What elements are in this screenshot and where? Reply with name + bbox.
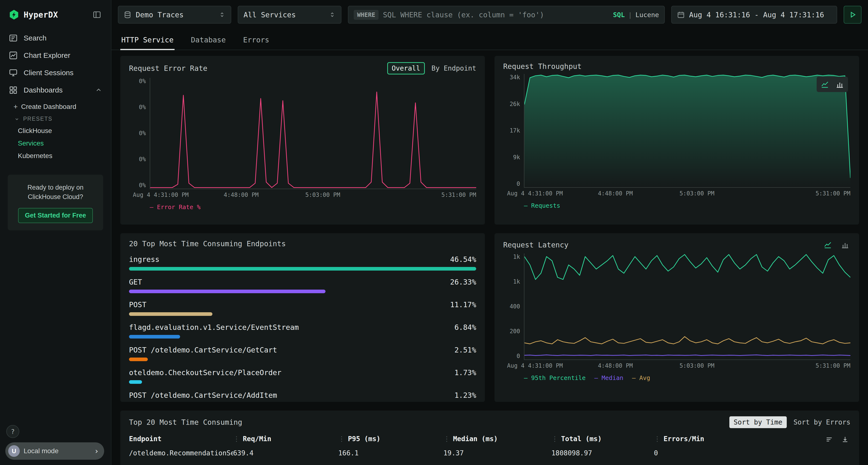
promo-line2: ClickHouse Cloud? <box>14 192 97 202</box>
y-axis: 34k26k17k9k0 <box>503 74 524 187</box>
table-toolbar <box>824 434 850 445</box>
date-range-picker[interactable]: Aug 4 16:31:16 - Aug 4 17:31:16 <box>671 6 837 24</box>
x-tick-label: 5:03:00 PM <box>679 190 714 197</box>
endpoint-row[interactable]: POST11.17% <box>129 300 476 316</box>
table-body: /oteldemo.RecommendationServ639.4166.119… <box>129 449 850 457</box>
table-header-cell[interactable]: ⋮Req/Min <box>233 435 338 443</box>
bar-chart-icon[interactable] <box>840 239 850 250</box>
column-resize-handle[interactable]: ⋮ <box>443 435 450 443</box>
by-endpoint-toggle-button[interactable]: By Endpoint <box>432 64 476 72</box>
endpoint-row[interactable]: flagd.evaluation.v1.Service/EventStream6… <box>129 323 476 338</box>
y-tick-label: 0% <box>139 156 146 163</box>
endpoint-label: ingress <box>129 255 159 264</box>
download-icon[interactable] <box>840 434 850 445</box>
column-settings-icon[interactable] <box>824 434 835 445</box>
endpoint-label: flagd.evaluation.v1.Service/EventStream <box>129 323 299 332</box>
endpoint-row[interactable]: oteldemo.CheckoutService/PlaceOrder1.73% <box>129 368 476 384</box>
endpoint-percent: 1.73% <box>455 368 476 377</box>
column-resize-handle[interactable]: ⋮ <box>551 435 558 443</box>
error_rate-plot[interactable] <box>150 78 476 189</box>
sort-by-errors-button[interactable]: Sort by Errors <box>794 418 850 426</box>
endpoint-row[interactable]: POST /oteldemo.CartService/GetCart2.51% <box>129 346 476 361</box>
x-tick-label: 4:48:00 PM <box>598 362 633 369</box>
latency-plot-row: 1k1k4002000 <box>503 254 850 360</box>
table-header-cell[interactable]: ⋮Median (ms) <box>443 435 551 443</box>
source-select[interactable]: Demo Traces <box>118 6 231 24</box>
bar-chart-icon[interactable] <box>835 79 845 90</box>
table-cell: 1808098.97 <box>551 449 654 457</box>
y-tick-label: 0% <box>139 130 146 137</box>
table-row[interactable]: /oteldemo.RecommendationServ639.4166.119… <box>129 449 850 457</box>
latency-plot[interactable] <box>524 254 850 360</box>
lang-divider: | <box>628 11 632 19</box>
throughput-plot[interactable] <box>524 74 850 188</box>
topbar: Demo Traces All Services WHERE SQL WHERE… <box>112 0 868 29</box>
tab-errors[interactable]: Errors <box>242 29 270 50</box>
x-tick-label: Aug 4 4:31:00 PM <box>507 362 563 369</box>
x-tick-label: 5:03:00 PM <box>305 192 340 198</box>
sort-by-time-button[interactable]: Sort by Time <box>730 416 787 428</box>
sidebar-item-chart-explorer[interactable]: Chart Explorer <box>0 47 111 64</box>
sidebar-item-search[interactable]: Search <box>0 29 111 47</box>
sidebar-item-client-sessions[interactable]: Client Sessions <box>0 64 111 81</box>
sidebar-item-dashboards[interactable]: Dashboards <box>0 81 111 99</box>
where-input[interactable]: WHERE SQL WHERE clause (ex. column = 'fo… <box>348 6 665 24</box>
table-header-cell[interactable]: ⋮P95 (ms) <box>338 435 443 443</box>
table-header-cell[interactable]: Endpoint <box>129 435 233 443</box>
help-button[interactable]: ? <box>6 425 19 438</box>
table-cell: 639.4 <box>233 449 338 457</box>
endpoint-row[interactable]: GET26.33% <box>129 278 476 293</box>
table-header-cell[interactable]: ⋮Total (ms) <box>551 435 654 443</box>
card-title: Request Latency <box>503 241 568 249</box>
sidebar-item-clickhouse[interactable]: ClickHouse <box>0 125 111 137</box>
line-chart-icon[interactable] <box>819 79 830 90</box>
endpoint-row[interactable]: ingress46.54% <box>129 255 476 271</box>
y-axis: 0%0%0%0%0% <box>129 78 150 189</box>
collapse-sidebar-icon[interactable] <box>92 9 102 20</box>
presets-group-toggle[interactable]: PRESETS <box>0 113 111 125</box>
legend-item: — 95th Percentile <box>524 374 586 381</box>
dashboards-grid-icon <box>9 86 18 95</box>
chart-legend: — Requests <box>524 202 850 209</box>
x-tick-label: 4:48:00 PM <box>224 192 259 198</box>
user-menu[interactable]: U Local mode › <box>5 442 104 460</box>
user-mode-label: Local mode <box>24 447 59 455</box>
endpoint-percent: 11.17% <box>450 300 476 309</box>
preset-label: Kubernetes <box>18 152 52 160</box>
sidebar-item-services[interactable]: Services <box>0 137 111 150</box>
endpoint-row-head: POST11.17% <box>129 300 476 309</box>
table-header-label: Total (ms) <box>561 435 602 443</box>
sidebar-item-label: Dashboards <box>24 86 63 94</box>
database-icon <box>124 11 131 19</box>
y-tick-label: 0 <box>517 180 520 187</box>
throughput-chart[interactable]: 34k26k17k9k0Aug 4 4:31:00 PM4:48:00 PM5:… <box>503 74 850 209</box>
get-started-button[interactable]: Get Started for Free <box>18 208 93 223</box>
tab-database[interactable]: Database <box>190 29 227 50</box>
dashboard-content: Request Error Rate Overall By Endpoint 0… <box>112 50 868 465</box>
lucene-mode-button[interactable]: Lucene <box>635 11 659 19</box>
run-query-button[interactable] <box>844 6 862 24</box>
service-select[interactable]: All Services <box>238 6 341 24</box>
column-resize-handle[interactable]: ⋮ <box>338 435 345 443</box>
error-rate-chart[interactable]: 0%0%0%0%0%Aug 4 4:31:00 PM4:48:00 PM5:03… <box>129 78 476 210</box>
endpoint-row[interactable]: POST /oteldemo.CartService/AddItem1.23% <box>129 391 476 402</box>
y-tick-label: 26k <box>510 101 520 107</box>
endpoint-bar-list: ingress46.54%GET26.33%POST11.17%flagd.ev… <box>129 255 476 402</box>
endpoint-row-head: flagd.evaluation.v1.Service/EventStream6… <box>129 323 476 332</box>
endpoint-bar <box>129 335 180 338</box>
latency-chart[interactable]: 1k1k4002000Aug 4 4:31:00 PM4:48:00 PM5:0… <box>503 254 850 381</box>
endpoint-bar <box>129 290 326 293</box>
sidebar-item-kubernetes[interactable]: Kubernetes <box>0 150 111 162</box>
tab-http-service[interactable]: HTTP Service <box>120 29 175 50</box>
sql-mode-button[interactable]: SQL <box>613 11 625 19</box>
column-resize-handle[interactable]: ⋮ <box>233 435 240 443</box>
create-dashboard-button[interactable]: + Create Dashboard <box>0 100 111 113</box>
sidebar-item-label: Search <box>24 34 46 42</box>
column-resize-handle[interactable]: ⋮ <box>654 435 661 443</box>
line-chart-icon[interactable] <box>823 239 833 250</box>
overall-toggle-button[interactable]: Overall <box>387 62 425 74</box>
y-axis: 1k1k4002000 <box>503 254 524 360</box>
table-header-cell[interactable]: ⋮Errors/Min <box>654 435 850 443</box>
x-axis: Aug 4 4:31:00 PM4:48:00 PM5:03:00 PM5:31… <box>150 192 476 201</box>
x-tick-label: 5:03:00 PM <box>679 362 714 369</box>
